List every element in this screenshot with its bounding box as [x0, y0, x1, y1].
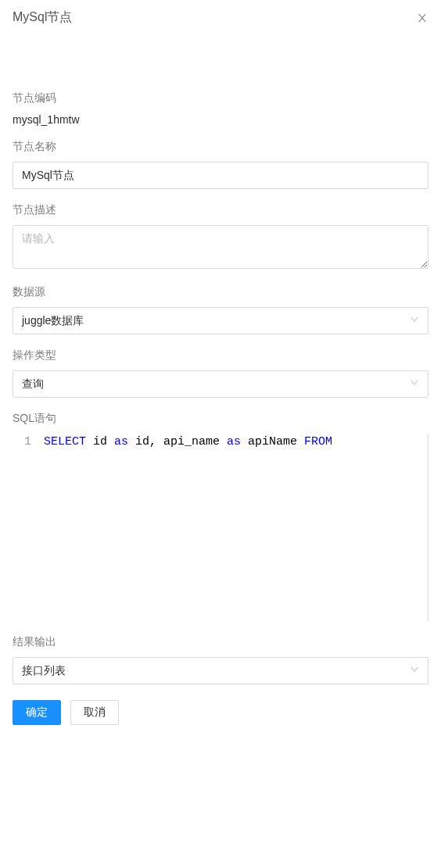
field-sql: SQL语句 1 SELECT id as id, api_name as api…	[13, 412, 428, 621]
label-sql: SQL语句	[13, 412, 428, 426]
sql-token: as	[227, 435, 241, 448]
field-node-desc: 节点描述	[13, 203, 428, 271]
editor-gutter: 1	[13, 434, 44, 621]
sql-token: apiName	[241, 435, 304, 448]
select-datasource[interactable]: juggle数据库	[13, 307, 428, 334]
field-op-type: 操作类型 查询	[13, 348, 428, 398]
label-node-desc: 节点描述	[13, 203, 428, 217]
ok-button[interactable]: 确定	[13, 700, 61, 725]
select-datasource-value: juggle数据库	[22, 313, 84, 329]
sql-token: id	[86, 435, 114, 448]
label-op-type: 操作类型	[13, 348, 428, 363]
close-icon[interactable]	[416, 12, 428, 24]
label-node-code: 节点编码	[13, 91, 428, 105]
label-result: 结果输出	[13, 635, 428, 649]
chevron-down-icon	[410, 377, 419, 391]
label-datasource: 数据源	[13, 285, 428, 299]
sql-editor[interactable]: 1 SELECT id as id, api_name as apiName F…	[13, 434, 428, 621]
field-node-name: 节点名称	[13, 140, 428, 189]
select-op-type-value: 查询	[22, 376, 44, 392]
field-result: 结果输出 接口列表	[13, 635, 428, 684]
sql-token: id, api_name	[128, 435, 227, 448]
line-number: 1	[20, 435, 31, 448]
modal-header: MySql节点	[0, 0, 441, 35]
chevron-down-icon	[410, 314, 419, 328]
label-node-name: 节点名称	[13, 140, 428, 154]
field-datasource: 数据源 juggle数据库	[13, 285, 428, 334]
field-node-code: 节点编码 mysql_1hmtw	[13, 91, 428, 126]
mysql-node-modal: MySql节点 节点编码 mysql_1hmtw 节点名称 节点描述 数据源 j…	[0, 0, 441, 738]
sql-token: as	[114, 435, 128, 448]
modal-body: 节点编码 mysql_1hmtw 节点名称 节点描述 数据源 juggle数据库…	[0, 91, 441, 738]
sql-token: SELECT	[44, 435, 86, 448]
input-node-name[interactable]	[13, 162, 428, 189]
editor-content[interactable]: SELECT id as id, api_name as apiName FRO…	[44, 434, 428, 621]
modal-footer: 确定 取消	[13, 700, 428, 725]
cancel-button[interactable]: 取消	[70, 700, 119, 725]
chevron-down-icon	[410, 664, 419, 678]
textarea-node-desc[interactable]	[13, 225, 428, 269]
value-node-code: mysql_1hmtw	[13, 113, 428, 126]
select-result-value: 接口列表	[22, 663, 66, 679]
select-result[interactable]: 接口列表	[13, 657, 428, 684]
select-op-type[interactable]: 查询	[13, 370, 428, 398]
sql-token: FROM	[304, 435, 332, 448]
modal-title: MySql节点	[13, 9, 72, 26]
